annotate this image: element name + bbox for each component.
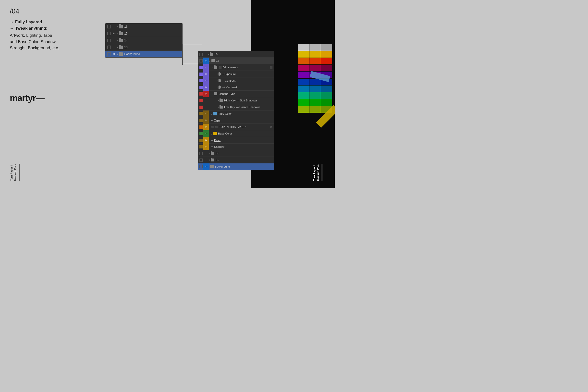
layer-row-14-large[interactable]: › 14 [198,150,274,157]
eye-icon[interactable] [203,105,209,109]
expand-arrow[interactable]: ⌄ [209,60,211,62]
eye-icon[interactable]: 👁 [203,117,209,124]
layer-row-adjustments[interactable]: 👁 ⌄ ⬛ Adjustments ⬛ [198,64,274,71]
layer-row-open-layer[interactable]: 👁 ⬛ ⬛ ~OPEN THIS LAYER~ ⏱ [198,124,274,130]
eye-icon[interactable] [203,158,209,162]
expand-arrow[interactable]: › [117,53,118,55]
visibility-checkbox[interactable] [200,99,202,102]
visibility-checkbox[interactable] [200,86,202,89]
eye-icon[interactable]: 👁 [203,84,209,91]
expand-arrow[interactable]: › [208,53,209,55]
eye-icon[interactable]: 👁 [203,58,209,64]
eye-icon[interactable] [112,24,116,29]
visibility-checkbox[interactable] [200,72,202,76]
expand-arrow[interactable]: › [209,159,210,161]
layer-number: 16 [124,25,128,28]
folder-icon [119,39,123,42]
feature-desc: Artwork, Lighting, Tapeand Base Color, S… [10,32,103,51]
brand-name: martyr— [10,93,44,104]
layer-row-tape[interactable]: 👁 ✏ Tape [198,117,274,124]
visibility-checkbox[interactable] [107,25,111,28]
layer-low-key-name: Low Key — Darker Shadows [224,106,260,108]
layer-tape-name: Tape [214,119,220,122]
eye-icon[interactable]: 👁 [203,124,209,130]
layer-row-16[interactable]: › 16 [105,23,182,30]
expand-arrow[interactable]: › [117,39,118,42]
eye-icon[interactable]: 👁 [112,31,116,36]
layer-row-14[interactable]: › 14 [105,37,182,44]
layer-row-16-large[interactable]: › 16 [198,51,274,58]
folder-icon [212,59,215,62]
visibility-checkbox[interactable] [200,53,202,56]
visibility-checkbox[interactable] [200,139,202,142]
visibility-checkbox[interactable] [200,126,202,128]
expand-arrow[interactable]: ⌄ [211,92,213,95]
eye-icon[interactable]: 👁 [203,110,209,117]
adjustment-icon [218,79,221,82]
visibility-checkbox[interactable] [200,79,202,82]
visibility-checkbox[interactable] [200,119,202,122]
eye-icon[interactable] [203,98,209,103]
expand-arrow[interactable]: › [117,25,118,28]
eye-icon[interactable]: 👁 [112,52,116,56]
visibility-checkbox[interactable] [200,152,202,155]
eye-icon[interactable]: 👁 [203,91,209,97]
layer-row-low-key[interactable]: › Low Key — Darker Shadows [198,104,274,110]
eye-icon[interactable] [203,151,209,156]
visibility-checkbox[interactable] [200,165,202,168]
layer-row-15[interactable]: 👁 › 15 [105,30,182,37]
visibility-checkbox[interactable] [200,158,202,162]
layer-row-background-large[interactable]: 👁 › Background [198,164,274,170]
layer-row-15-large[interactable]: 👁 ⌄ 15 [198,58,274,64]
visibility-checkbox[interactable] [200,66,202,69]
paint-icon: ✏ [211,139,213,142]
eye-icon[interactable]: 👁 [203,71,209,78]
adjustment-icon [218,72,221,76]
layer-row-shadow[interactable]: 👁 ✏ Shadow [198,144,274,150]
visibility-checkbox[interactable] [200,112,202,116]
visibility-checkbox[interactable] [200,92,202,96]
eye-icon[interactable]: 👁 [203,78,209,84]
layer-number: 13 [124,46,128,49]
visibility-checkbox[interactable] [200,59,202,62]
visibility-checkbox[interactable] [200,132,202,135]
layer-row-background-small[interactable]: 👁 › Background [105,51,182,58]
expand-arrow[interactable]: ⌄ [211,66,213,68]
eye-icon[interactable]: 👁 [203,130,209,137]
visibility-checkbox[interactable] [200,145,202,148]
layer-row-13[interactable]: › 13 [105,44,182,51]
eye-icon[interactable] [112,45,116,50]
visibility-checkbox[interactable] [107,52,111,56]
layer-row-base-color[interactable]: 👁 ⤵ Base Color [198,130,274,137]
eye-icon[interactable] [203,52,208,56]
folder-icon [119,25,123,28]
layer-row-contrast2[interactable]: 👁 ++ Contrast [198,84,274,91]
paint-icon: ✏ [211,146,213,148]
layer-row-13-large[interactable]: › 13 [198,157,274,164]
layer-row-lighting-type[interactable]: 👁 ⌄ Lighting Type [198,91,274,97]
eye-icon[interactable]: 👁 [203,164,209,170]
layer-row-contrast1[interactable]: 👁 -- Contrast [198,78,274,84]
layer-lighting-type-name: Lighting Type [218,92,235,95]
visibility-checkbox[interactable] [107,46,111,49]
expand-arrow[interactable]: › [209,166,210,168]
visibility-checkbox[interactable] [200,106,202,109]
eye-icon[interactable]: 👁 [203,137,209,144]
feature1-label: Fully Layered [10,20,103,24]
layer-row-high-key[interactable]: › High Key — Soft Shadows [198,97,274,104]
layer-row-tape-color[interactable]: 👁 ⤵ Tape Color [198,110,274,117]
expand-arrow[interactable]: › [218,106,219,108]
eye-icon[interactable]: 👁 [203,144,209,150]
expand-arrow[interactable]: › [117,46,118,48]
expand-arrow[interactable]: › [209,152,210,154]
layer-number-14: 14 [215,152,218,155]
layer-row-base[interactable]: 👁 ✏ Base [198,137,274,144]
visibility-checkbox[interactable] [107,39,111,42]
visibility-checkbox[interactable] [107,32,111,35]
eye-icon[interactable] [112,38,116,43]
layer-row-exposure[interactable]: 👁 +Exposure [198,71,274,78]
layer-icon: ⬛ [211,126,214,128]
expand-arrow[interactable]: › [218,99,219,102]
expand-arrow[interactable]: › [117,32,118,35]
eye-icon[interactable]: 👁 [203,64,209,71]
